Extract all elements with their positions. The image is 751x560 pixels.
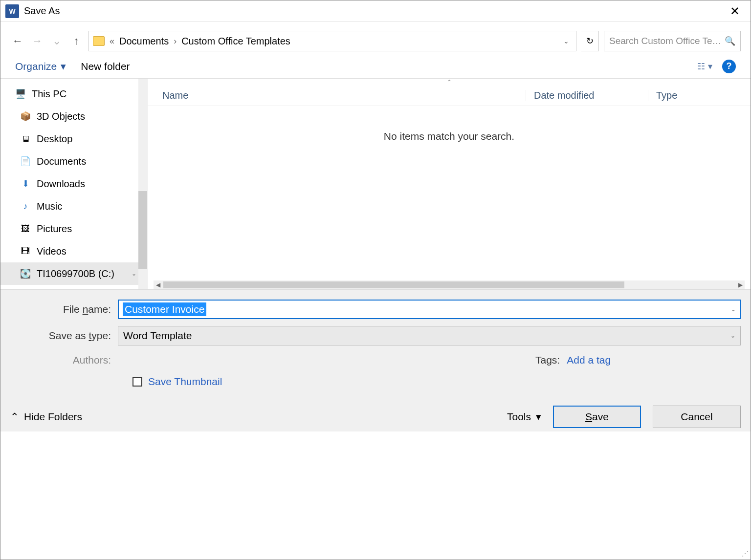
view-options-button[interactable]: ☷ ▾	[697, 61, 712, 72]
hide-folders-label: Hide Folders	[24, 411, 82, 423]
tree-music[interactable]: ♪Music	[0, 195, 147, 217]
scroll-right-icon[interactable]: ▶	[736, 281, 745, 288]
address-bar-row: ← → ⌄ ↑ « Documents › Custom Office Temp…	[0, 28, 751, 54]
file-name-value: Customer Invoice	[123, 302, 206, 316]
tree-label: Downloads	[37, 178, 85, 190]
tools-dropdown[interactable]: Tools ▾	[507, 411, 541, 423]
tree-label: Desktop	[37, 133, 72, 145]
close-button[interactable]: ✕	[724, 2, 746, 20]
column-date[interactable]: Date modified	[526, 90, 648, 101]
tree-3d-objects[interactable]: 📦3D Objects	[0, 105, 147, 128]
chevron-down-icon[interactable]: ⌄	[731, 306, 736, 313]
pc-icon: 🖥️	[15, 89, 26, 99]
pictures-icon: 🖼	[20, 224, 31, 234]
desktop-icon: 🖥	[20, 134, 31, 144]
tree-label: Documents	[37, 156, 86, 167]
resize-grip-icon[interactable]: ⋰	[742, 550, 749, 558]
authors-label: Authors:	[10, 354, 118, 366]
chevron-down-icon: ▾	[61, 61, 66, 72]
tree-label: 3D Objects	[37, 111, 85, 122]
back-button[interactable]: ←	[10, 34, 25, 48]
file-list: ⌃ Name Date modified Type No items match…	[147, 79, 751, 289]
organize-button[interactable]: Organize ▾	[15, 61, 66, 72]
file-name-input[interactable]: Customer Invoice ⌄	[118, 300, 741, 319]
tree-label: This PC	[32, 88, 66, 100]
tree-documents[interactable]: 📄Documents	[0, 150, 147, 172]
title-bar: W Save As ✕	[0, 0, 751, 22]
tree-pictures[interactable]: 🖼Pictures	[0, 217, 147, 240]
video-icon: 🎞	[20, 246, 31, 256]
window-title: Save As	[24, 5, 60, 17]
breadcrumb-dropdown[interactable]: ⌄	[563, 37, 572, 45]
breadcrumb-bar[interactable]: « Documents › Custom Office Templates ⌄	[88, 31, 576, 51]
column-headers: Name Date modified Type	[148, 86, 751, 106]
view-icon: ☷	[697, 61, 705, 72]
drive-icon: 💽	[20, 269, 31, 279]
breadcrumb-documents[interactable]: Documents	[119, 36, 169, 47]
scroll-left-icon[interactable]: ◀	[154, 281, 162, 288]
tree-label: Music	[37, 201, 62, 212]
save-thumbnail-label[interactable]: Save Thumbnail	[148, 376, 222, 388]
tree-this-pc[interactable]: 🖥️ This PC	[0, 83, 147, 105]
forward-button[interactable]: →	[30, 34, 44, 48]
search-placeholder: Search Custom Office Templa...	[609, 36, 725, 46]
tree-desktop[interactable]: 🖥Desktop	[0, 128, 147, 150]
save-as-type-value: Word Template	[123, 330, 192, 342]
save-button[interactable]: Save	[553, 406, 641, 428]
search-input[interactable]: Search Custom Office Templa... 🔍	[604, 31, 741, 51]
chevron-down-icon: ▾	[708, 61, 712, 72]
file-name-label: File name:	[10, 303, 118, 315]
breadcrumb-current[interactable]: Custom Office Templates	[181, 36, 290, 47]
tags-label: Tags:	[535, 354, 560, 366]
horizontal-scrollbar[interactable]: ◀ ▶	[154, 280, 745, 289]
save-thumbnail-checkbox[interactable]	[133, 377, 142, 387]
toolbar-row: Organize ▾ New folder ☷ ▾ ?	[0, 54, 751, 79]
tree-label: TI10699700B (C:)	[37, 268, 114, 280]
recent-locations-button[interactable]: ⌄	[49, 34, 64, 48]
folder-icon	[93, 36, 105, 46]
chevron-down-icon: ▾	[536, 411, 541, 423]
main-area: 🖥️ This PC 📦3D Objects 🖥Desktop 📄Documen…	[0, 79, 751, 290]
hide-folders-button[interactable]: ⌃ Hide Folders	[10, 411, 82, 423]
breadcrumb-prefix: «	[108, 36, 116, 46]
tree-label: Videos	[37, 246, 66, 257]
help-button[interactable]: ?	[722, 60, 736, 73]
empty-message: No items match your search.	[148, 130, 751, 142]
refresh-button[interactable]: ↻	[581, 31, 599, 51]
navigation-tree: 🖥️ This PC 📦3D Objects 🖥Desktop 📄Documen…	[0, 79, 147, 289]
breadcrumb-separator: ›	[172, 36, 178, 46]
tree-drive-c[interactable]: 💽TI10699700B (C:)⌄	[0, 262, 147, 285]
chevron-down-icon: ⌄	[132, 270, 136, 277]
cancel-button[interactable]: Cancel	[653, 406, 741, 428]
word-icon: W	[5, 4, 19, 18]
add-tag-link[interactable]: Add a tag	[567, 354, 611, 366]
tree-scrollbar-thumb[interactable]	[138, 191, 147, 269]
form-area: File name: Customer Invoice ⌄ Save as ty…	[0, 290, 751, 402]
cube-icon: 📦	[20, 111, 31, 121]
new-folder-button[interactable]: New folder	[81, 61, 130, 72]
save-as-type-label: Save as type:	[10, 330, 118, 342]
footer: ⌃ Hide Folders Tools ▾ Save Cancel	[0, 402, 751, 431]
column-type[interactable]: Type	[648, 90, 751, 101]
tree-videos[interactable]: 🎞Videos	[0, 240, 147, 262]
scroll-thumb[interactable]	[163, 281, 624, 288]
download-icon: ⬇	[20, 179, 31, 189]
save-as-type-dropdown[interactable]: Word Template ⌄	[118, 326, 741, 345]
tree-downloads[interactable]: ⬇Downloads	[0, 172, 147, 195]
organize-label: Organize	[15, 61, 57, 72]
column-name[interactable]: Name	[148, 90, 526, 101]
collapse-caret-icon[interactable]: ⌃	[148, 79, 751, 86]
chevron-down-icon[interactable]: ⌄	[730, 332, 735, 339]
up-button[interactable]: ↑	[69, 34, 84, 48]
tree-label: Pictures	[37, 223, 72, 235]
music-icon: ♪	[20, 201, 31, 211]
search-icon: 🔍	[725, 36, 735, 46]
chevron-up-icon: ⌃	[10, 411, 19, 423]
document-icon: 📄	[20, 156, 31, 166]
